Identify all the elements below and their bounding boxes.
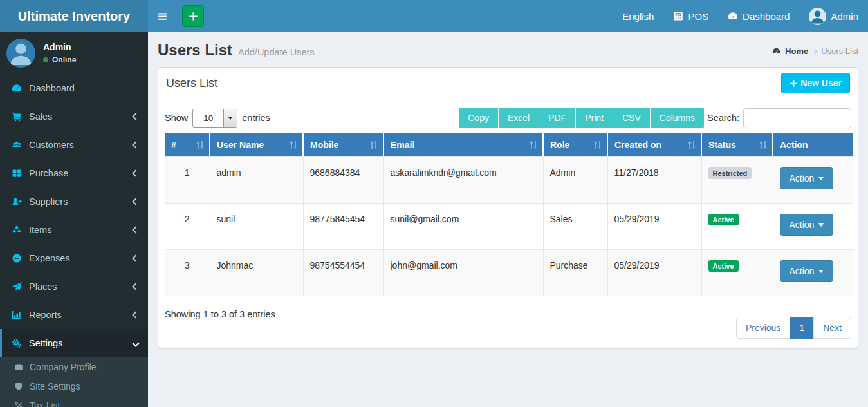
app-logo[interactable]: Ultimate Inventory [0, 0, 148, 32]
users-icon [12, 140, 22, 150]
action-button[interactable]: Action [780, 167, 834, 189]
excel-button[interactable]: Excel [499, 108, 539, 128]
page-size-select[interactable]: 10 [192, 109, 237, 128]
table-header-row: # User Name Mobile Email Role Created on… [165, 133, 853, 157]
pagination-page-1[interactable]: 1 [790, 317, 814, 339]
pdf-button[interactable]: PDF [539, 108, 576, 128]
sidebar-item-purchase[interactable]: Purchase [0, 159, 148, 187]
sidebar-toggle-button[interactable] [148, 0, 177, 32]
nav-language[interactable]: English [613, 0, 663, 32]
panel-title: Users List [166, 77, 217, 90]
grid-icon [12, 168, 22, 178]
paper-plane-icon [12, 281, 22, 292]
gauge-icon [12, 83, 22, 93]
table-row: 2 sunil 98775845454 sunil@gmail.com Sale… [165, 204, 853, 250]
pagination: Previous 1 Next [736, 317, 851, 339]
column-header-num[interactable]: # [165, 133, 210, 157]
cell-email: sunil@gmail.com [383, 204, 543, 250]
main-header: Ultimate Inventory English POS Dashboard… [0, 0, 868, 32]
column-header-role[interactable]: Role [543, 133, 607, 157]
sidebar-user-name: Admin [43, 42, 76, 52]
page-subtitle: Add/Update Users [238, 47, 314, 57]
csv-button[interactable]: CSV [613, 108, 651, 128]
breadcrumb-current: Users List [821, 46, 858, 56]
page-title: Users ListAdd/Update Users [158, 41, 315, 59]
new-user-button[interactable]: New User [781, 73, 850, 93]
chevron-left-icon [132, 283, 139, 290]
sidebar-item-dashboard[interactable]: Dashboard [0, 74, 148, 102]
copy-button[interactable]: Copy [459, 108, 499, 128]
column-header-email[interactable]: Email [383, 133, 543, 157]
cell-username: admin [210, 157, 303, 204]
column-header-mobile[interactable]: Mobile [303, 133, 383, 157]
cell-created: 05/29/2019 [607, 250, 701, 296]
status-badge: Active [708, 214, 739, 225]
sidebar-item-reports[interactable]: Reports [0, 301, 148, 329]
nav-dashboard[interactable]: Dashboard [718, 0, 799, 32]
cell-status: Active [701, 250, 773, 296]
action-button[interactable]: Action [780, 260, 834, 282]
cell-status: Restricted [701, 157, 773, 204]
search-input[interactable] [743, 108, 851, 128]
chevron-down-icon [132, 339, 139, 346]
top-navbar: English POS Dashboard Admin [148, 0, 868, 32]
nav-user-menu[interactable]: Admin [799, 0, 868, 32]
cell-username: sunil [210, 204, 303, 250]
sort-icon [759, 140, 768, 149]
cell-username: Johnmac [210, 250, 303, 296]
user-plus-icon [12, 196, 22, 207]
users-list-panel: Users List New User Show 10 entries [158, 67, 858, 348]
users-table: # User Name Mobile Email Role Created on… [165, 133, 853, 296]
submenu-item-tax-list[interactable]: Tax List [0, 396, 148, 407]
sort-icon [593, 140, 602, 149]
cell-mobile: 98754554454 [303, 250, 383, 296]
nav-pos[interactable]: POS [663, 0, 718, 32]
breadcrumb-separator-icon [812, 48, 817, 53]
cell-created: 11/27/2018 [607, 157, 701, 204]
panel-header: Users List New User [158, 68, 858, 99]
pagination-next[interactable]: Next [813, 317, 851, 339]
cart-icon [12, 111, 22, 122]
sidebar-item-settings[interactable]: Settings [0, 329, 148, 357]
cell-role: Admin [543, 157, 607, 204]
action-button[interactable]: Action [780, 214, 834, 236]
quick-add-button[interactable] [182, 5, 204, 27]
sidebar-user-avatar [6, 39, 35, 68]
table-row: 1 admin 9686884384 askaralimkndr@gmail.c… [165, 157, 853, 204]
caret-down-icon [818, 270, 824, 273]
cell-created: 05/29/2019 [607, 204, 701, 250]
toolbar-right: Copy Excel PDF Print CSV Columns Search: [459, 108, 851, 128]
briefcase-icon [14, 363, 23, 372]
column-header-created[interactable]: Created on [607, 133, 701, 157]
search-control: Search: [707, 108, 851, 128]
cell-action: Action [773, 204, 853, 250]
bar-chart-icon [12, 310, 22, 320]
columns-button[interactable]: Columns [651, 108, 704, 128]
sidebar-item-expenses[interactable]: Expenses [0, 244, 148, 272]
breadcrumb-home[interactable]: Home [785, 46, 808, 56]
settings-submenu: Company Profile Site Settings Tax List [0, 357, 148, 407]
print-button[interactable]: Print [576, 108, 613, 128]
content-header: Users ListAdd/Update Users Home Users Li… [148, 32, 868, 67]
sidebar-user-panel: Admin Online [0, 32, 148, 74]
column-header-status[interactable]: Status [701, 133, 773, 157]
sort-icon [529, 140, 538, 149]
cubes-icon [12, 225, 22, 235]
gauge-icon [772, 47, 780, 55]
status-badge: Active [708, 260, 739, 272]
sidebar-item-suppliers[interactable]: Suppliers [0, 187, 148, 216]
sidebar-item-items[interactable]: Items [0, 216, 148, 244]
pagination-previous[interactable]: Previous [736, 317, 790, 339]
cell-num: 2 [165, 204, 210, 250]
sidebar-item-customers[interactable]: Customers [0, 131, 148, 159]
caret-down-icon [818, 223, 824, 227]
chevron-left-icon [132, 113, 139, 120]
sidebar-item-sales[interactable]: Sales [0, 102, 148, 131]
user-avatar [809, 8, 826, 25]
sort-icon [369, 140, 378, 149]
plus-icon [790, 79, 798, 88]
sidebar-item-places[interactable]: Places [0, 272, 148, 301]
column-header-username[interactable]: User Name [210, 133, 303, 157]
submenu-item-company-profile[interactable]: Company Profile [0, 357, 148, 377]
submenu-item-site-settings[interactable]: Site Settings [0, 377, 148, 396]
